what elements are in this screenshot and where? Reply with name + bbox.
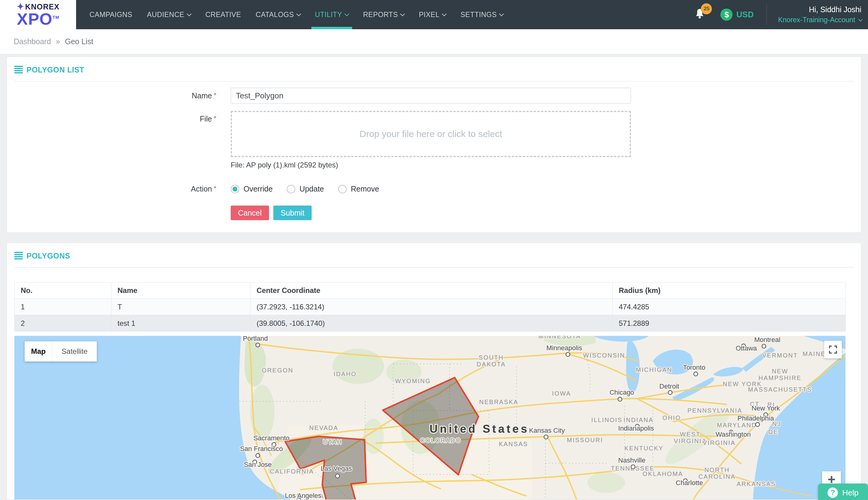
user-menu[interactable]: Hi, Siddhi Joshi Knorex-Training-Account <box>778 5 868 24</box>
action-radio-update[interactable]: Update <box>287 184 324 193</box>
city-label: Philadelphia <box>738 414 774 422</box>
radio-label: Remove <box>351 184 379 193</box>
city-dot <box>694 372 698 376</box>
breadcrumb: Dashboard » Geo List <box>0 29 868 54</box>
state-label: WEST <box>680 431 701 438</box>
knorex-xpo-logo[interactable]: ✦ KNOREX XPOTM <box>0 0 76 29</box>
state-label: KANSAS <box>499 441 528 447</box>
table-cell: 2 <box>15 315 112 332</box>
city-label: San Francisco <box>240 445 283 453</box>
nav-item-settings[interactable]: SETTINGS <box>453 0 510 29</box>
nav-item-campaigns[interactable]: CAMPAIGNS <box>82 0 140 29</box>
city-label: Nashville <box>618 456 645 464</box>
map-view-button[interactable]: Map <box>25 341 52 362</box>
state-label: NORTH <box>704 466 730 473</box>
city-label: San Jose <box>244 461 272 468</box>
state-label: VIRGINIA <box>674 438 707 444</box>
action-radio-override[interactable]: Override <box>231 184 273 193</box>
navbar-right: 25 $ USD Hi, Siddhi Joshi Knorex-Trainin… <box>694 0 868 29</box>
state-label: IOWA <box>552 390 571 397</box>
nav-item-creative[interactable]: CREATIVE <box>198 0 248 29</box>
nav-item-utility[interactable]: UTILITY <box>308 0 356 29</box>
map-canvas[interactable]: OREGONIDAHOMINNESOTAWISCONSINSOUTHDAKOTA… <box>14 336 845 500</box>
table-cell: test 1 <box>112 315 251 332</box>
state-label: WYOMING <box>395 378 431 384</box>
state-label: IDAHO <box>334 371 357 377</box>
city-dot <box>256 454 260 458</box>
help-button[interactable]: ? Help <box>818 484 868 500</box>
notifications-button[interactable]: 25 <box>694 8 706 22</box>
dollar-icon: $ <box>720 9 732 21</box>
city-label: Minneapolis <box>546 344 582 352</box>
breadcrumb-geo-list: Geo List <box>65 37 93 46</box>
table-row[interactable]: 2test 1(39.8005, -106.1740)571.2889 <box>15 315 846 332</box>
fullscreen-icon <box>828 344 838 355</box>
city-dot <box>668 391 672 395</box>
satellite-view-button[interactable]: Satellite <box>52 341 97 362</box>
radio-label: Update <box>300 184 324 193</box>
country-label: United States <box>429 423 529 435</box>
currency-label: USD <box>736 10 754 20</box>
navbar-divider <box>766 4 767 25</box>
radio-icon <box>287 185 295 193</box>
polygons-panel: POLYGONS No.NameCenter CoordinateRadius … <box>7 243 861 500</box>
city-dot <box>756 423 760 427</box>
city-label: Los Angeles <box>285 492 321 499</box>
map-type-control: Map Satellite <box>25 341 97 362</box>
city-dot <box>618 397 622 401</box>
submit-button[interactable]: Submit <box>273 206 312 220</box>
breadcrumb-dashboard[interactable]: Dashboard <box>14 37 51 46</box>
state-label: OHIO <box>662 414 681 421</box>
state-label: NEBRASKA <box>479 399 519 405</box>
city-dot <box>566 353 570 356</box>
list-icon <box>14 66 23 74</box>
table-row[interactable]: 1T(37.2923, -116.3214)474.4285 <box>15 299 846 315</box>
state-label: OKLAHOMA <box>643 470 683 477</box>
city-label: New York <box>752 405 780 412</box>
city-label: Montreal <box>754 336 780 343</box>
table-cell: 1 <box>15 299 112 315</box>
state-label: OREGON <box>262 367 293 374</box>
polygon-list-panel: POLYGON LIST Name* File* Drop your file … <box>7 57 861 232</box>
nav-item-audience[interactable]: AUDIENCE <box>140 0 198 29</box>
chevron-down-icon <box>442 11 447 16</box>
chevron-down-icon <box>400 11 405 16</box>
city-dot <box>336 474 340 478</box>
table-cell: T <box>112 299 251 315</box>
map-image: OREGONIDAHOMINNESOTAWISCONSINSOUTHDAKOTA… <box>14 336 845 500</box>
notification-badge: 25 <box>701 3 712 14</box>
city-dot <box>256 343 260 347</box>
chevron-down-icon <box>858 17 863 21</box>
state-label: PENNSYLVANIA <box>687 407 742 414</box>
table-cell: (37.2923, -116.3214) <box>251 299 613 315</box>
state-label: MINNESOTA <box>539 336 581 340</box>
nav-item-catalogs[interactable]: CATALOGS <box>248 0 308 29</box>
state-label: COLORADO <box>420 437 461 444</box>
logo-product: XPO <box>17 10 53 28</box>
column-header: Radius (km) <box>613 283 846 299</box>
nav-item-pixel[interactable]: PIXEL <box>412 0 453 29</box>
state-label: MISSOURI <box>567 437 603 443</box>
currency-selector[interactable]: $ USD <box>720 9 754 21</box>
city-dot <box>762 344 766 348</box>
state-label: UTAH <box>323 439 343 445</box>
state-label: KENTUCKY <box>625 445 664 452</box>
state-label: MARYLAND <box>717 422 757 429</box>
state-label: HAMPSHIRE <box>759 375 801 381</box>
polygon-list-title: POLYGON LIST <box>14 57 854 74</box>
cancel-button[interactable]: Cancel <box>231 206 269 220</box>
city-label: Sacramento <box>254 434 290 442</box>
action-radio-remove[interactable]: Remove <box>338 184 379 193</box>
fullscreen-button[interactable] <box>824 341 842 359</box>
city-label: Ottawa <box>736 344 757 352</box>
state-label: MAINE <box>802 351 826 357</box>
state-label: CAROLINA <box>698 473 736 480</box>
city-label: Chicago <box>610 388 634 396</box>
state-label: SOUTH <box>479 354 504 361</box>
file-dropzone[interactable]: Drop your file here or click to select <box>231 111 631 157</box>
polygons-title: POLYGONS <box>14 243 854 260</box>
state-label: NEVADA <box>309 424 338 431</box>
nav-item-reports[interactable]: REPORTS <box>356 0 412 29</box>
radio-icon <box>231 185 239 193</box>
name-input[interactable] <box>231 88 631 103</box>
